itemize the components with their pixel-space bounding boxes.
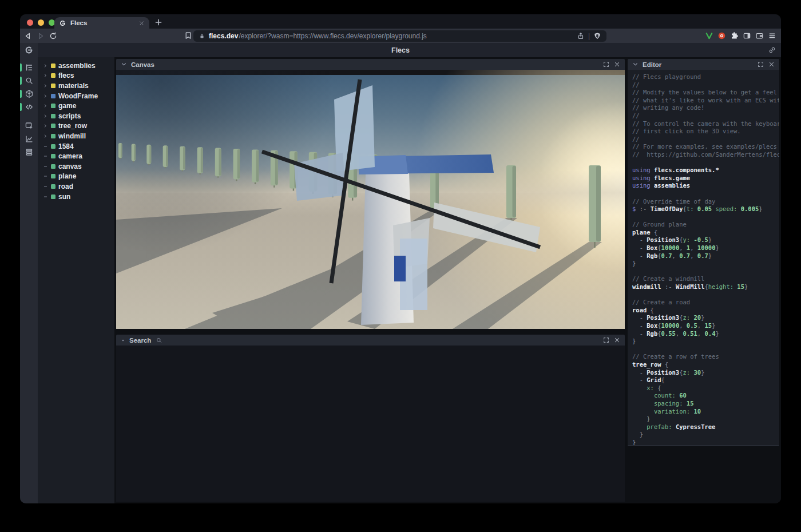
code-line: //	[632, 112, 779, 120]
active-panel-indicator	[20, 63, 22, 72]
chevron-right-icon[interactable]	[43, 72, 48, 79]
brave-shield-icon[interactable]	[593, 32, 601, 40]
url-bar[interactable]: flecs.dev /explorer/?wasm=https://www.fl…	[193, 30, 606, 42]
sidebar-icon[interactable]	[743, 31, 751, 40]
chevron-right-icon[interactable]	[43, 122, 48, 129]
sidebar-query-button[interactable]	[20, 76, 38, 85]
bookmark-icon[interactable]	[184, 31, 193, 40]
sidebar-canvas-3d-button[interactable]	[20, 89, 38, 98]
code-line: }	[632, 415, 779, 423]
entity-color-tag	[51, 124, 55, 128]
code-editor-area[interactable]: // Flecs playground//// Modify the value…	[628, 70, 779, 445]
share-icon[interactable]	[577, 32, 585, 40]
menu-icon[interactable]	[768, 31, 776, 40]
close-icon[interactable]	[613, 336, 621, 344]
new-tab-button[interactable]	[154, 18, 163, 27]
minimize-window-button[interactable]	[38, 19, 44, 26]
code-line: using flecs.components.*	[632, 166, 779, 174]
chevron-right-icon[interactable]	[43, 93, 48, 100]
page-title: Flecs	[20, 43, 781, 57]
tree-item-materials[interactable]: materials	[38, 81, 114, 91]
entity-color-tag	[51, 73, 55, 78]
tab-close-icon[interactable]	[138, 20, 145, 26]
chevron-right-icon[interactable]	[43, 113, 48, 120]
canvas-panel-header[interactable]: Canvas	[116, 59, 625, 70]
chevron-right-icon[interactable]	[43, 133, 48, 140]
sidebar-stats-button[interactable]	[20, 134, 38, 144]
wallet-icon[interactable]	[755, 31, 764, 40]
scene-cypress-tree	[180, 146, 185, 172]
tree-item-1584[interactable]: 1584	[38, 141, 114, 152]
tree-item-camera[interactable]: camera	[38, 151, 114, 161]
flecs-logo-icon	[24, 45, 34, 55]
tree-item-canvas[interactable]: canvas	[38, 161, 114, 172]
close-icon[interactable]	[613, 61, 621, 68]
chevron-right-icon[interactable]	[43, 62, 48, 69]
sidebar-logs-button[interactable]	[20, 148, 38, 157]
expand-icon[interactable]	[757, 61, 764, 68]
search-magnifier-icon	[156, 337, 162, 344]
sidebar-inspector-button[interactable]	[20, 121, 38, 130]
desktop-background: Flecs flecs.dev /explorer/?wasm=https://…	[0, 0, 801, 532]
tree-item-flecs[interactable]: flecs	[38, 71, 114, 81]
permalink-icon[interactable]	[768, 46, 776, 54]
scene-cypress-tree	[589, 165, 601, 248]
tree-item-sun[interactable]: sun	[38, 192, 114, 202]
sidebar-code-editor-button[interactable]	[20, 102, 38, 112]
back-button[interactable]	[23, 31, 33, 41]
code-line: // Create a row of trees	[632, 353, 779, 361]
chevron-right-icon[interactable]	[43, 102, 48, 109]
sidebar-entity-tree-button[interactable]	[20, 63, 38, 72]
code-line: plane {	[632, 229, 779, 237]
browser-tab[interactable]: Flecs	[54, 17, 149, 29]
chevron-down-icon[interactable]	[632, 61, 639, 68]
code-line	[632, 268, 779, 276]
code-line: prefab: CypressTree	[632, 423, 779, 431]
tree-item-tree_row[interactable]: tree_row	[38, 121, 114, 132]
dash-icon	[43, 183, 48, 190]
dot-icon[interactable]	[120, 338, 126, 343]
expand-icon[interactable]	[602, 61, 610, 68]
chevron-right-icon[interactable]	[43, 82, 48, 89]
scene-cypress-tree	[132, 144, 136, 162]
3d-scene	[116, 70, 625, 329]
editor-panel: Editor // Flecs playground//// Modify th…	[628, 59, 779, 446]
editor-panel-header[interactable]: Editor	[628, 59, 779, 70]
chevron-down-icon[interactable]	[120, 61, 128, 68]
code-icon	[25, 102, 34, 112]
tree-item-scripts[interactable]: scripts	[38, 111, 114, 121]
tree-item-label: assemblies	[58, 62, 96, 70]
code-line: // Modify the values below to get a feel…	[632, 89, 779, 97]
browser-window: Flecs flecs.dev /explorer/?wasm=https://…	[20, 14, 781, 503]
tree-item-plane[interactable]: plane	[38, 172, 114, 182]
code-line: // For more examples, see examples/plecs…	[632, 143, 779, 151]
code-line: }	[632, 338, 779, 346]
dash-icon	[43, 143, 48, 150]
tree-item-windmill[interactable]: windmill	[38, 131, 114, 141]
reload-button[interactable]	[49, 31, 58, 41]
tree-item-WoodFrame[interactable]: WoodFrame	[38, 91, 114, 101]
entity-color-tag	[51, 84, 55, 88]
red-extension-icon[interactable]	[717, 31, 726, 40]
tree-item-assemblies[interactable]: assemblies	[38, 61, 114, 71]
search-panel: Search	[116, 335, 625, 502]
flecs-logo[interactable]	[20, 43, 38, 57]
cube-icon	[25, 89, 34, 98]
code-line: }	[632, 439, 779, 445]
code-line: tree_row {	[632, 361, 779, 369]
puzzle-icon[interactable]	[730, 31, 739, 40]
close-window-button[interactable]	[27, 19, 33, 26]
canvas-3d-view[interactable]	[116, 70, 625, 329]
close-icon[interactable]	[768, 61, 775, 68]
browser-toolbar: flecs.dev /explorer/?wasm=https://www.fl…	[20, 29, 781, 43]
tree-item-game[interactable]: game	[38, 101, 114, 111]
code-line: windmill :- WindMill{height: 15}	[632, 283, 779, 291]
tree-item-label: scripts	[58, 112, 81, 120]
expand-icon[interactable]	[602, 336, 610, 344]
search-panel-header[interactable]: Search	[116, 335, 625, 346]
tree-item-road[interactable]: road	[38, 181, 114, 192]
canvas-panel: Canvas	[116, 59, 625, 329]
search-panel-body[interactable]	[116, 346, 625, 502]
v-extension-icon[interactable]	[705, 31, 713, 40]
forward-button[interactable]	[36, 31, 45, 41]
